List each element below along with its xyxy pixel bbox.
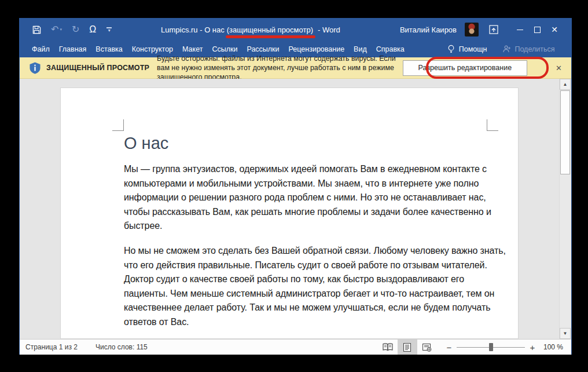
tab-review[interactable]: Рецензирование — [284, 45, 350, 53]
quick-access-toolbar: ↶ ▾ ↻ Ω ▾ — [32, 19, 112, 41]
title-app-name: - Word — [318, 25, 340, 34]
vertical-scrollbar[interactable]: ▲ ▼ — [559, 79, 571, 339]
shield-info-icon — [30, 62, 41, 74]
share-person-icon — [503, 45, 511, 53]
protected-view-bar: ЗАЩИЩЕННЫЙ ПРОСМОТР Будьте осторожны: фа… — [20, 57, 571, 79]
tab-design[interactable]: Конструктор — [127, 45, 178, 53]
undo-dropdown-caret[interactable]: ▾ — [60, 27, 62, 32]
title-bar: ↶ ▾ ↻ Ω ▾ Lumpics.ru - О нас (защищенный… — [20, 19, 571, 41]
title-document-name: Lumpics.ru - О нас — [161, 25, 225, 34]
web-layout-button[interactable] — [417, 340, 437, 355]
protected-view-label: ЗАЩИЩЕННЫЙ ПРОСМОТР — [46, 64, 149, 72]
share-button[interactable]: Поделиться — [503, 45, 554, 53]
enable-editing-button[interactable]: Разрешить редактирование — [403, 60, 527, 76]
undo-icon[interactable]: ↶ ▾ — [51, 25, 62, 34]
tab-file[interactable]: Файл — [27, 45, 54, 53]
tab-layout[interactable]: Макет — [178, 45, 207, 53]
document-canvas: О нас Мы — группа энтузиастов, одержимых… — [20, 79, 571, 339]
ribbon-display-options-icon[interactable] — [489, 25, 498, 34]
red-underline-annotation — [226, 35, 315, 38]
title-protected-view-text: (защищенный просмотр) — [227, 25, 315, 34]
margin-corner-mark-left — [112, 119, 124, 131]
scrollbar-thumb[interactable] — [560, 90, 570, 174]
print-layout-button[interactable] — [398, 340, 417, 355]
status-bar-right: − + 100 % — [378, 340, 571, 355]
title-bar-right: Виталий Каиров ✕ — [400, 19, 571, 41]
zoom-slider[interactable] — [457, 343, 525, 351]
document-paragraph: Мы — группа энтузиастов, одержимых идеей… — [124, 162, 507, 234]
tab-insert[interactable]: Вставка — [91, 45, 127, 53]
page-count-indicator[interactable]: Страница 1 из 2 — [25, 343, 78, 351]
zoom-percentage[interactable]: 100 % — [543, 343, 563, 351]
margin-corner-mark-right — [487, 119, 498, 131]
tab-references[interactable]: Ссылки — [207, 45, 242, 53]
tab-help[interactable]: Справка — [372, 45, 409, 53]
redo-icon[interactable]: ↻ — [72, 25, 79, 34]
document-body: О нас Мы — группа энтузиастов, одержимых… — [124, 133, 507, 339]
tab-view[interactable]: Вид — [349, 45, 372, 53]
tab-home[interactable]: Главная — [54, 45, 91, 53]
zoom-in-icon[interactable]: + — [528, 342, 536, 352]
window-title: Lumpics.ru - О нас (защищенный просмотр)… — [161, 19, 343, 41]
zoom-slider-thumb[interactable] — [489, 343, 493, 351]
save-icon[interactable] — [32, 25, 41, 34]
tab-mailings[interactable]: Рассылки — [242, 45, 284, 53]
maximize-button[interactable] — [528, 19, 546, 41]
tell-me-assistant[interactable]: Помощн — [447, 45, 487, 53]
close-button[interactable]: ✕ — [546, 19, 563, 41]
document-paragraph: Но мы не сможем это сделать без Вашей об… — [124, 244, 507, 330]
zoom-out-icon[interactable]: − — [445, 342, 453, 352]
banner-close-icon[interactable]: ✕ — [556, 64, 562, 72]
word-count-indicator[interactable]: Число слов: 115 — [95, 343, 148, 351]
insert-symbol-icon[interactable]: Ω — [89, 25, 96, 34]
word-window: ↶ ▾ ↻ Ω ▾ Lumpics.ru - О нас (защищенный… — [19, 18, 572, 355]
signed-in-user[interactable]: Виталий Каиров — [400, 25, 457, 34]
status-bar: Страница 1 из 2 Число слов: 115 — [20, 339, 571, 355]
protected-view-message: Будьте осторожны: файлы из Интернета мог… — [157, 54, 403, 82]
customize-quick-access-icon[interactable]: ▾ — [106, 27, 112, 32]
user-avatar[interactable] — [465, 23, 479, 37]
minimize-button[interactable] — [511, 19, 528, 41]
scroll-up-icon[interactable]: ▲ — [560, 79, 571, 90]
lightbulb-icon — [447, 45, 455, 53]
document-page[interactable]: О нас Мы — группа энтузиастов, одержимых… — [60, 87, 519, 339]
document-heading: О нас — [124, 133, 507, 153]
scroll-down-icon[interactable]: ▼ — [560, 328, 571, 339]
read-mode-button[interactable] — [378, 340, 398, 355]
